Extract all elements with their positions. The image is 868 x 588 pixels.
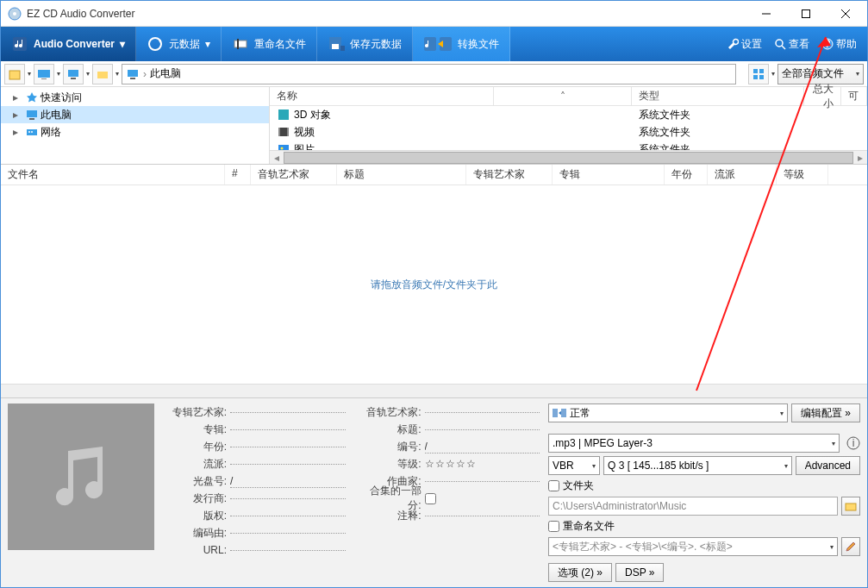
chevron-down-icon: ▾ [832,440,835,447]
column-header[interactable]: 文件名 [1,165,225,185]
meta-label: 编码由: [163,526,227,541]
metadata-button[interactable]: 元数据 ▾ [136,27,222,61]
sort-icon[interactable]: ˄ [560,91,565,103]
svg-rect-25 [128,70,138,77]
folder-tree[interactable]: ▸ 快速访问▸ 此电脑▸ 网络 [1,87,270,164]
folder-row[interactable]: 图片 系统文件夹 [270,141,867,150]
folder-row[interactable]: 视频 系统文件夹 [270,123,867,141]
info-icon[interactable]: i [846,436,860,450]
settings-button[interactable]: 设置 [721,37,767,52]
folder-row[interactable]: 3D 对象 系统文件夹 [270,106,867,123]
meta-value[interactable] [230,412,346,413]
expand-icon[interactable]: ▸ [13,126,23,138]
meta-value[interactable] [230,447,346,447]
tree-item-star[interactable]: ▸ 快速访问 [1,89,269,106]
preset-label: 正常 [570,406,590,421]
meta-value[interactable] [230,516,346,516]
column-header[interactable]: 流派 [708,165,777,185]
path-segment[interactable]: 此电脑 [150,66,181,81]
expand-icon[interactable]: ▸ [13,91,23,103]
view-button[interactable]: 查看 [769,37,815,52]
path-input[interactable]: › 此电脑 [122,64,736,84]
dropdown-icon: ▾ [205,38,210,50]
vbr-dropdown[interactable]: VBR▾ [548,456,600,475]
edit-config-button[interactable]: 编辑配置 » [791,403,860,422]
meta-field: 流派: [163,455,346,472]
meta-label: 发行商: [163,491,227,506]
desktop-icon[interactable] [34,64,54,84]
folder-checkbox[interactable] [548,480,559,491]
quality-dropdown[interactable]: Q 3 [ 145...185 kbit/s ]▾ [603,456,792,475]
chevron-down-icon: ▾ [780,410,784,417]
meta-value[interactable] [230,533,346,534]
meta-field: 编码由: [163,524,346,541]
column-header[interactable]: 标题 [337,165,466,185]
expand-icon[interactable]: ▸ [13,109,23,121]
album-art[interactable] [8,403,154,550]
audio-converter-label: Audio Converter [34,38,115,50]
col-name[interactable]: 名称 [270,87,494,105]
maximize-button[interactable] [786,2,826,26]
meta-value[interactable]: / [425,441,540,454]
titlebar: EZ CD Audio Converter [1,1,867,27]
meta-value[interactable] [425,481,540,482]
meta-value[interactable]: / [230,475,346,488]
output-folder-input[interactable]: C:\Users\Administrator\Music [548,497,838,516]
meta-value[interactable] [425,412,540,413]
rating-stars[interactable]: ☆☆☆☆☆ [425,458,540,470]
meta-field: 音轨艺术家: [358,403,540,421]
svg-line-16 [782,46,785,49]
column-header[interactable]: 等级 [777,165,828,185]
advanced-button[interactable]: Advanced [796,456,860,475]
help-button[interactable]: ? 帮助 [816,37,862,52]
meta-value[interactable] [230,550,346,551]
meta-value[interactable] [230,464,346,465]
svg-rect-29 [753,75,758,79]
rename-button[interactable]: 重命名文件 [222,27,317,61]
rename-template-dropdown[interactable]: <专辑艺术家> - <专辑>\<编号>. <标题>▾ [548,537,838,556]
home-icon[interactable] [4,64,25,84]
compilation-checkbox[interactable] [425,493,436,504]
convert-label: 转换文件 [458,37,499,52]
tree-item-net[interactable]: ▸ 网络 [1,123,269,141]
horizontal-scrollbar[interactable]: ◂ ▸ [270,150,867,164]
column-header[interactable]: # [225,165,251,185]
dsp-button[interactable]: DSP » [615,563,664,582]
meta-value[interactable] [425,429,540,430]
meta-value[interactable] [230,498,346,499]
edit-template-button[interactable] [841,537,860,556]
svg-rect-38 [278,128,280,136]
format-dropdown[interactable]: .mp3 | MPEG Layer-3 ▾ [548,434,840,453]
col-size[interactable]: 总大小 [804,87,841,105]
column-header[interactable]: 音轨艺术家 [251,165,337,185]
close-button[interactable] [826,2,865,26]
view-mode-button[interactable] [748,64,769,84]
minimize-button[interactable] [746,2,786,26]
rename-checkbox[interactable] [548,521,559,532]
pc-icon[interactable] [63,64,84,84]
svg-rect-20 [38,70,50,78]
drop-zone[interactable]: 请拖放音频文件/文件夹于此 [1,185,867,384]
browse-folder-button[interactable] [841,497,860,516]
tree-item-pc[interactable]: ▸ 此电脑 [1,106,269,123]
filter-label: 全部音频文件 [782,66,844,81]
chevron-down-icon: ▾ [592,462,596,470]
folder-icon[interactable] [92,64,113,84]
music-note-icon [42,438,120,516]
convert-button[interactable]: 转换文件 [413,27,510,61]
audio-converter-button[interactable]: Audio Converter ▾ [1,27,136,61]
column-header[interactable]: 年份 [665,165,708,185]
col-type[interactable]: 类型 [632,87,804,105]
col-avail[interactable]: 可 [841,87,867,105]
preset-dropdown[interactable]: 正常 ▾ [548,403,788,422]
meta-value[interactable] [230,429,346,430]
column-header[interactable]: 专辑艺术家 [466,165,553,185]
save-metadata-button[interactable]: 保存元数据 [317,27,413,61]
convert-icon [423,35,453,53]
column-header[interactable]: 专辑 [553,165,665,185]
horizontal-scrollbar[interactable] [1,384,867,397]
meta-label: 流派: [163,457,227,472]
options-button[interactable]: 选项 (2) » [548,563,612,582]
meta-value[interactable] [425,516,540,516]
svg-rect-26 [130,78,135,79]
